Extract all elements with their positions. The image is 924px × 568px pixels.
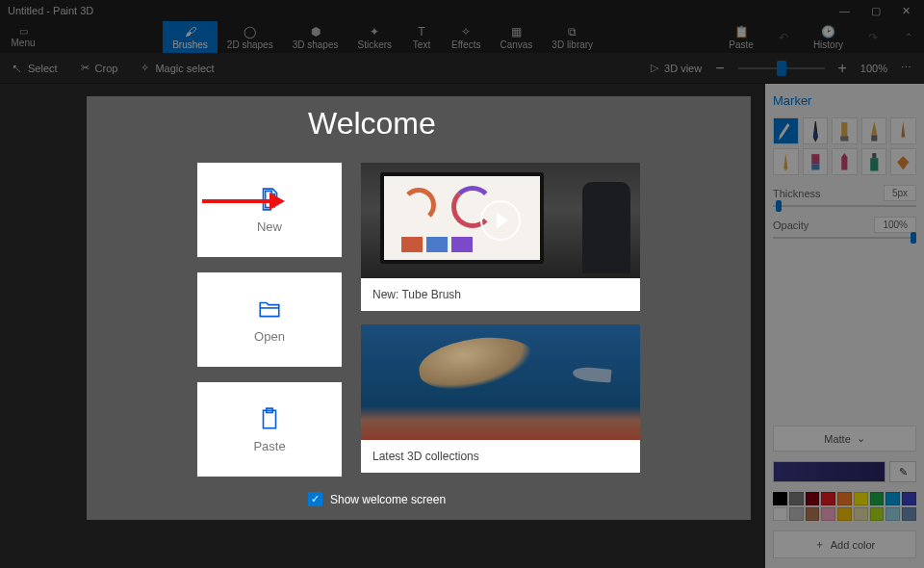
annotation-arrow — [200, 189, 287, 214]
welcome-dialog: Welcome New Open Paste — [87, 96, 751, 520]
svg-marker-10 — [270, 193, 285, 210]
clipboard-icon — [257, 406, 282, 431]
card-label: Latest 3D collections — [361, 440, 640, 473]
show-welcome-checkbox[interactable]: ✓ — [308, 492, 322, 506]
play-icon — [480, 200, 521, 241]
collections-thumbnail — [361, 324, 640, 440]
video-thumbnail — [361, 163, 640, 278]
collections-card[interactable]: Latest 3D collections — [361, 324, 640, 473]
welcome-heading: Welcome — [308, 106, 722, 142]
show-welcome-label: Show welcome screen — [330, 493, 446, 506]
card-label: New: Tube Brush — [361, 278, 640, 311]
folder-icon — [257, 297, 282, 322]
whats-new-card[interactable]: New: Tube Brush — [361, 163, 640, 311]
open-button[interactable]: Open — [197, 272, 342, 367]
paste-button-welcome[interactable]: Paste — [197, 382, 342, 477]
